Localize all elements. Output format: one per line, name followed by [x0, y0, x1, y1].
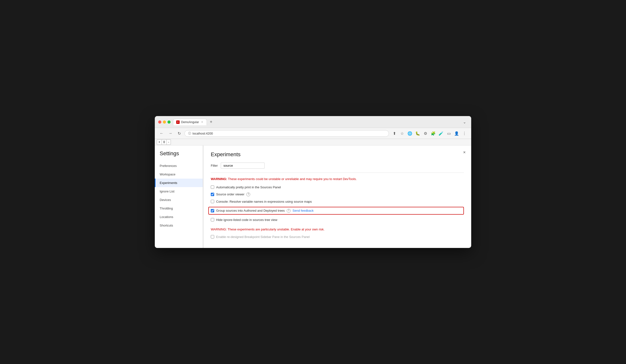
settings-close-button[interactable]: × — [462, 149, 467, 155]
settings-panel: Settings Preferences Workspace Experimen… — [155, 146, 471, 248]
back-button[interactable]: ← — [158, 130, 165, 137]
layout-button[interactable]: ▭ — [445, 130, 452, 137]
forward-button[interactable]: → — [167, 130, 174, 137]
source-order-label: Source order viewer — [216, 192, 244, 196]
sidebar-item-experiments[interactable]: Experiments — [155, 179, 203, 187]
font-decrease-button[interactable]: - — [167, 140, 171, 145]
browser-window: A DemoAngular × + ⌄ ← → ↻ ⓘ localhost:42… — [155, 116, 471, 248]
filter-row: Filter — [211, 163, 464, 169]
pretty-print-checkbox[interactable] — [211, 185, 214, 189]
devtools-topbar: + 0 - — [155, 139, 471, 146]
settings-title: Settings — [155, 150, 203, 162]
earth-button[interactable]: 🌐 — [406, 130, 413, 137]
bookmark-button[interactable]: ☆ — [399, 130, 405, 137]
warning-1-label: WARNING: — [211, 177, 227, 181]
source-order-help-icon[interactable]: ? — [246, 192, 250, 196]
minimize-traffic-light[interactable] — [163, 120, 166, 124]
tab-title: DemoAngular — [181, 120, 199, 124]
warning-2: WARNING: These experiments are particula… — [211, 227, 464, 231]
puzzle-button[interactable]: 🧩 — [430, 130, 437, 137]
hide-ignore-label: Hide ignore-listed code in sources tree … — [216, 218, 277, 222]
tab-bar: A DemoAngular × + — [173, 119, 459, 125]
console-resolve-label: Console: Resolve variable names in expre… — [216, 200, 312, 203]
address-bar[interactable]: ⓘ localhost:4200 — [185, 130, 389, 137]
group-sources-label: Group sources into Authored and Deployed… — [216, 209, 285, 212]
breakpoint-sidebar-label: Enable re-designed Breakpoint Sidebar Pa… — [216, 235, 310, 239]
sidebar-item-devices[interactable]: Devices — [155, 196, 203, 204]
filter-input[interactable] — [221, 163, 265, 169]
warning-1-text: These experiments could be unstable or u… — [227, 177, 356, 181]
send-feedback-link[interactable]: Send feedback — [293, 209, 314, 212]
console-resolve-checkbox[interactable] — [211, 200, 214, 203]
traffic-lights — [158, 120, 171, 124]
maximize-traffic-light[interactable] — [167, 120, 171, 124]
warning-2-section: WARNING: These experiments are particula… — [211, 227, 464, 239]
tab-close-button[interactable]: × — [200, 120, 204, 124]
font-size-controls: + 0 - — [157, 140, 171, 145]
pretty-print-label: Automatically pretty print in the Source… — [216, 185, 281, 189]
settings-sidebar: Settings Preferences Workspace Experimen… — [155, 146, 203, 248]
flask-button[interactable]: 🧪 — [438, 130, 444, 137]
source-order-checkbox[interactable] — [211, 193, 214, 196]
tab-favicon: A — [176, 120, 180, 124]
sidebar-item-shortcuts[interactable]: Shortcuts — [155, 221, 203, 230]
group-sources-checkbox[interactable] — [211, 209, 214, 212]
filter-label: Filter — [211, 164, 218, 167]
sidebar-item-ignore-list[interactable]: Ignore List — [155, 187, 203, 196]
sidebar-item-locations[interactable]: Locations — [155, 213, 203, 221]
group-sources-help-icon[interactable]: ? — [287, 209, 291, 213]
window-dropdown-button[interactable]: ⌄ — [461, 118, 468, 125]
settings-content: × Experiments Filter WARNING: These expe… — [203, 146, 471, 248]
bug-button[interactable]: 🐛 — [414, 130, 421, 137]
address-text: localhost:4200 — [193, 132, 213, 135]
toolbar-actions: ⬆ ☆ 🌐 🐛 ⚙ 🧩 🧪 ▭ 👤 ⋮ — [391, 130, 468, 137]
experiment-pretty-print: Automatically pretty print in the Source… — [211, 185, 464, 189]
experiment-breakpoint-sidebar: Enable re-designed Breakpoint Sidebar Pa… — [211, 235, 464, 239]
sidebar-item-throttling[interactable]: Throttling — [155, 204, 203, 213]
sidebar-item-workspace[interactable]: Workspace — [155, 170, 203, 179]
experiment-hide-ignore: Hide ignore-listed code in sources tree … — [211, 218, 464, 222]
breakpoint-sidebar-checkbox[interactable] — [211, 235, 214, 238]
font-size-value: 0 — [162, 140, 167, 145]
font-increase-button[interactable]: + — [157, 140, 162, 145]
new-tab-button[interactable]: + — [208, 119, 214, 125]
warning-2-text: These experiments are particularly unsta… — [227, 227, 325, 231]
profile-button[interactable]: 👤 — [453, 130, 460, 137]
warning-2-label: WARNING: — [211, 227, 227, 231]
refresh-button[interactable]: ↻ — [176, 130, 183, 137]
share-button[interactable]: ⬆ — [391, 130, 398, 137]
browser-titlebar: A DemoAngular × + ⌄ — [155, 116, 471, 128]
content-title: Experiments — [211, 151, 464, 158]
close-traffic-light[interactable] — [158, 120, 161, 124]
experiment-console-resolve: Console: Resolve variable names in expre… — [211, 200, 464, 203]
experiment-group-sources: Group sources into Authored and Deployed… — [208, 207, 464, 215]
menu-button[interactable]: ⋮ — [461, 130, 468, 137]
sidebar-item-preferences[interactable]: Preferences — [155, 162, 203, 170]
hide-ignore-checkbox[interactable] — [211, 218, 214, 221]
address-secure-icon: ⓘ — [188, 131, 191, 136]
warning-1: WARNING: These experiments could be unst… — [211, 177, 464, 182]
browser-toolbar: ← → ↻ ⓘ localhost:4200 ⬆ ☆ 🌐 🐛 ⚙ 🧩 🧪 ▭ 👤… — [155, 128, 471, 139]
divider-1 — [211, 173, 464, 173]
active-tab[interactable]: A DemoAngular × — [173, 119, 207, 125]
experiment-source-order: Source order viewer ? — [211, 192, 464, 196]
devtools-button[interactable]: ⚙ — [422, 130, 429, 137]
